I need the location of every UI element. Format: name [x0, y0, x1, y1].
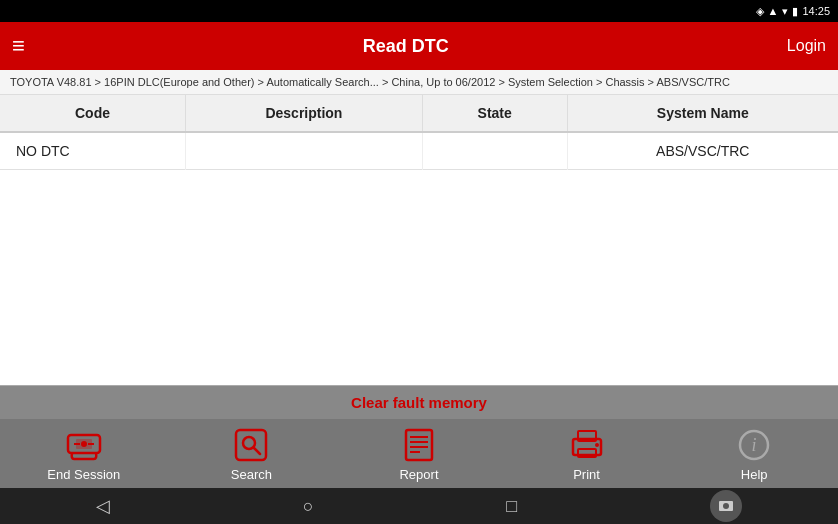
print-label: Print	[573, 467, 600, 482]
help-icon: i	[734, 425, 774, 465]
battery-icon: ▮	[792, 5, 798, 18]
dtc-table-container: Code Description State System Name NO DT…	[0, 95, 838, 385]
header: ≡ Read DTC Login	[0, 22, 838, 70]
report-label: Report	[399, 467, 438, 482]
table-row: NO DTCABS/VSC/TRC	[0, 132, 838, 170]
svg-text:i: i	[752, 435, 757, 455]
end-session-label: End Session	[47, 467, 120, 482]
col-code: Code	[0, 95, 186, 132]
svg-rect-3	[236, 430, 266, 460]
svg-rect-6	[406, 430, 432, 460]
cell-state	[422, 132, 567, 170]
cell-code: NO DTC	[0, 132, 186, 170]
end-session-icon	[64, 425, 104, 465]
nav-bar: ◁ ○ □	[0, 488, 838, 524]
breadcrumb: TOYOTA V48.81 > 16PIN DLC(Europe and Oth…	[0, 70, 838, 95]
search-label: Search	[231, 467, 272, 482]
print-icon	[567, 425, 607, 465]
home-button[interactable]: ○	[303, 496, 314, 517]
svg-line-5	[254, 448, 261, 455]
help-button[interactable]: i Help	[689, 425, 819, 482]
menu-button[interactable]: ≡	[12, 35, 25, 57]
toolbar: End Session Search	[0, 419, 838, 488]
table-header-row: Code Description State System Name	[0, 95, 838, 132]
status-bar: ◈ ▲ ▾ ▮ 14:25	[0, 0, 838, 22]
back-button[interactable]: ◁	[96, 495, 110, 517]
print-button[interactable]: Print	[522, 425, 652, 482]
clear-fault-button[interactable]: Clear fault memory	[0, 385, 838, 419]
login-button[interactable]: Login	[787, 37, 826, 55]
time-display: 14:25	[802, 5, 830, 17]
end-session-button[interactable]: End Session	[19, 425, 149, 482]
svg-point-14	[595, 443, 599, 447]
svg-point-18	[723, 503, 729, 509]
signal-icon: ▲	[768, 5, 779, 17]
dtc-table: Code Description State System Name NO DT…	[0, 95, 838, 170]
recent-button[interactable]: □	[506, 496, 517, 517]
wifi-icon: ▾	[782, 5, 788, 18]
search-button[interactable]: Search	[186, 425, 316, 482]
svg-point-2	[81, 441, 87, 447]
bottom-bar: Clear fault memory End Session	[0, 385, 838, 488]
col-description: Description	[186, 95, 423, 132]
col-system-name: System Name	[567, 95, 838, 132]
report-button[interactable]: Report	[354, 425, 484, 482]
screenshot-button[interactable]	[710, 490, 742, 522]
page-title: Read DTC	[25, 36, 787, 57]
cell-description	[186, 132, 423, 170]
location-icon: ◈	[756, 5, 764, 18]
col-state: State	[422, 95, 567, 132]
report-icon	[399, 425, 439, 465]
search-icon	[231, 425, 271, 465]
help-label: Help	[741, 467, 768, 482]
cell-systemName: ABS/VSC/TRC	[567, 132, 838, 170]
status-icons: ◈ ▲ ▾ ▮ 14:25	[756, 5, 830, 18]
